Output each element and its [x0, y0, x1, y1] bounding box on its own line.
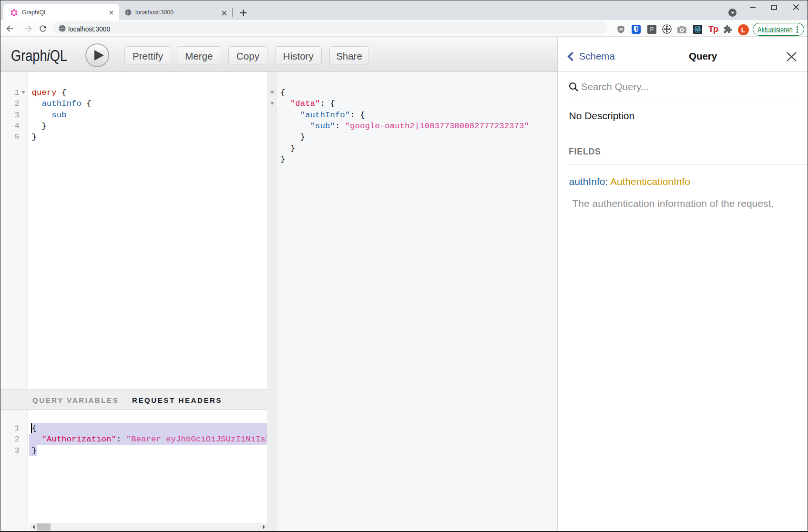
svg-text:UD: UD	[618, 27, 623, 31]
svg-text:P: P	[650, 26, 654, 32]
